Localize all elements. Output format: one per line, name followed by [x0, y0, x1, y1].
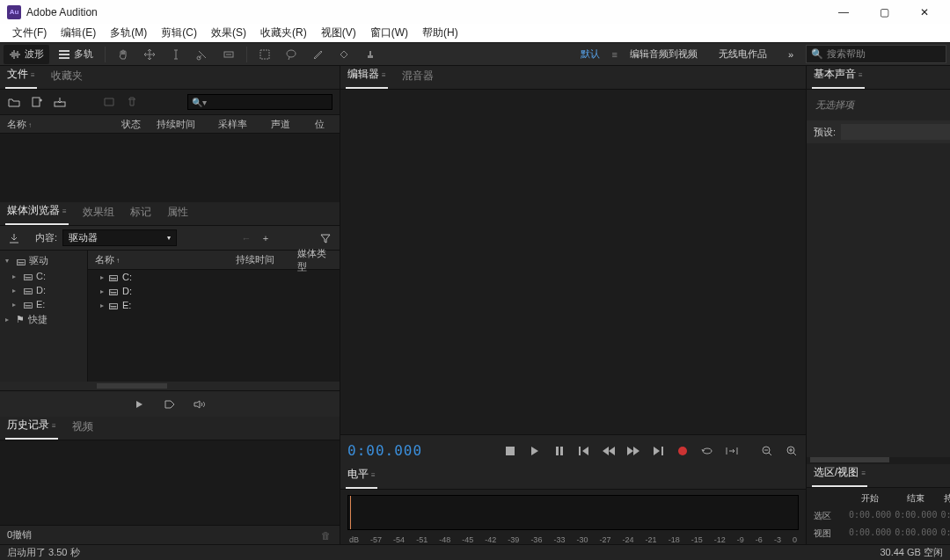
loop-button[interactable]: [700, 444, 714, 458]
tree-shortcuts[interactable]: ▸⚑快捷: [0, 311, 87, 328]
preset-dropdown[interactable]: [841, 124, 950, 140]
menu-effects[interactable]: 效果(S): [204, 25, 253, 41]
waveform-view-button[interactable]: 波形: [4, 45, 49, 64]
new-file-button[interactable]: [30, 95, 44, 109]
insert-multitrack-button[interactable]: [102, 95, 116, 109]
timecode-display[interactable]: 0:00.000: [347, 442, 422, 459]
tool-heal[interactable]: [332, 45, 355, 64]
menu-view[interactable]: 视图(V): [314, 25, 363, 41]
workspace-edit-audio-video[interactable]: 编辑音频到视频: [621, 47, 706, 61]
tab-markers[interactable]: 标记: [128, 201, 153, 225]
panel-menu-icon[interactable]: ≡: [371, 471, 376, 479]
media-col-type[interactable]: 媒体类型: [297, 247, 332, 273]
col-duration[interactable]: 持续时间: [157, 118, 218, 131]
col-status[interactable]: 状态: [121, 118, 157, 131]
tree-drive-d[interactable]: ▸🖴D:: [0, 283, 87, 297]
go-to-next-button[interactable]: [651, 444, 665, 458]
tree-drives-root[interactable]: ▾🖴驱动: [0, 252, 87, 269]
tab-favorites[interactable]: 收藏夹: [49, 65, 84, 89]
zoom-in-button[interactable]: [785, 444, 799, 458]
record-button[interactable]: [676, 444, 690, 458]
tool-hand[interactable]: [112, 45, 135, 64]
panel-menu-icon[interactable]: ≡: [382, 71, 386, 79]
tab-files[interactable]: 文件≡: [5, 63, 37, 89]
tree-drive-e[interactable]: ▸🖴E:: [0, 297, 87, 311]
media-scrollbar[interactable]: [97, 383, 167, 389]
view-start[interactable]: 0:00.000: [847, 525, 893, 542]
panel-menu-icon[interactable]: ≡: [861, 469, 866, 477]
import-button[interactable]: [53, 95, 67, 109]
tab-media-browser[interactable]: 媒体浏览器≡: [5, 200, 69, 225]
media-row-e[interactable]: ▸🖴E:: [88, 298, 340, 312]
tree-drive-c[interactable]: ▸🖴C:: [0, 269, 87, 283]
col-name[interactable]: 名称↑: [7, 118, 121, 131]
minimize-button[interactable]: —: [823, 0, 864, 24]
content-dropdown[interactable]: 驱动器 ▾: [62, 229, 177, 246]
panel-menu-icon[interactable]: ≡: [62, 207, 67, 215]
col-bits[interactable]: 位: [315, 118, 332, 131]
delete-button[interactable]: [125, 95, 139, 109]
zoom-out-button[interactable]: [760, 444, 774, 458]
media-col-name[interactable]: 名称↑: [95, 253, 236, 266]
media-row-d[interactable]: ▸🖴D:: [88, 284, 340, 298]
tool-stamp[interactable]: [359, 45, 382, 64]
col-sample-rate[interactable]: 采样率: [218, 118, 271, 131]
tool-lasso[interactable]: [280, 45, 303, 64]
preview-play-button[interactable]: [133, 397, 147, 411]
open-file-button[interactable]: [7, 95, 21, 109]
tab-levels[interactable]: 电平≡: [346, 463, 377, 489]
tool-razor[interactable]: [191, 45, 214, 64]
menu-help[interactable]: 帮助(H): [415, 25, 465, 41]
selection-start[interactable]: 0:00.000: [847, 507, 893, 525]
workspace-default[interactable]: 默认: [572, 47, 609, 61]
files-search[interactable]: 🔍▾: [187, 94, 332, 110]
help-search[interactable]: 🔍 搜索帮助: [806, 45, 946, 63]
tool-slip[interactable]: [217, 45, 240, 64]
tab-essential-sound[interactable]: 基本声音≡: [812, 63, 865, 89]
media-download-button[interactable]: [7, 231, 21, 245]
panel-menu-icon[interactable]: ≡: [52, 422, 56, 430]
menu-multitrack[interactable]: 多轨(M): [103, 25, 154, 41]
tab-editor[interactable]: 编辑器≡: [346, 63, 388, 89]
tab-mixer[interactable]: 混音器: [400, 65, 435, 89]
tab-selection-view[interactable]: 选区/视图≡: [812, 462, 867, 487]
menu-window[interactable]: 窗口(W): [363, 25, 415, 41]
forward-add-button[interactable]: +: [259, 231, 273, 245]
rewind-button[interactable]: [602, 444, 616, 458]
media-col-duration[interactable]: 持续时间: [236, 253, 297, 266]
menu-edit[interactable]: 编辑(E): [54, 25, 103, 41]
editor-canvas[interactable]: [340, 90, 806, 434]
pause-button[interactable]: [552, 444, 566, 458]
view-duration[interactable]: 0:00.000: [939, 525, 950, 542]
fast-forward-button[interactable]: [626, 444, 640, 458]
tab-video[interactable]: 视频: [70, 416, 95, 440]
panel-menu-icon[interactable]: ≡: [859, 71, 863, 79]
maximize-button[interactable]: ▢: [864, 0, 904, 24]
tool-time-select[interactable]: [164, 45, 187, 64]
tool-marquee[interactable]: [253, 45, 276, 64]
tool-brush[interactable]: [306, 45, 329, 64]
skip-selection-button[interactable]: [725, 444, 739, 458]
selection-end[interactable]: 0:00.000: [893, 507, 939, 525]
play-button[interactable]: [528, 444, 542, 458]
workspace-radio-production[interactable]: 无线电作品: [710, 47, 776, 61]
preview-autoplay-button[interactable]: [163, 397, 177, 411]
tab-history[interactable]: 历史记录≡: [5, 414, 58, 440]
preview-loop-button[interactable]: [193, 397, 207, 411]
panel-menu-icon[interactable]: ≡: [31, 71, 35, 79]
menu-clip[interactable]: 剪辑(C): [154, 25, 204, 41]
tool-move[interactable]: [138, 45, 161, 64]
stop-button[interactable]: [503, 444, 517, 458]
filter-button[interactable]: [318, 231, 332, 245]
workspace-overflow[interactable]: »: [779, 49, 802, 60]
selection-duration[interactable]: 0:00.000: [939, 507, 950, 525]
menu-file[interactable]: 文件(F): [5, 25, 54, 41]
multitrack-view-button[interactable]: 多轨: [53, 45, 99, 64]
tab-effects-rack[interactable]: 效果组: [81, 201, 116, 225]
menu-favorites[interactable]: 收藏夹(R): [253, 25, 314, 41]
go-to-prev-button[interactable]: [577, 444, 591, 458]
close-button[interactable]: ✕: [904, 0, 945, 24]
back-button[interactable]: ←: [239, 231, 253, 245]
view-end[interactable]: 0:00.000: [893, 525, 939, 542]
tab-properties[interactable]: 属性: [165, 201, 190, 225]
